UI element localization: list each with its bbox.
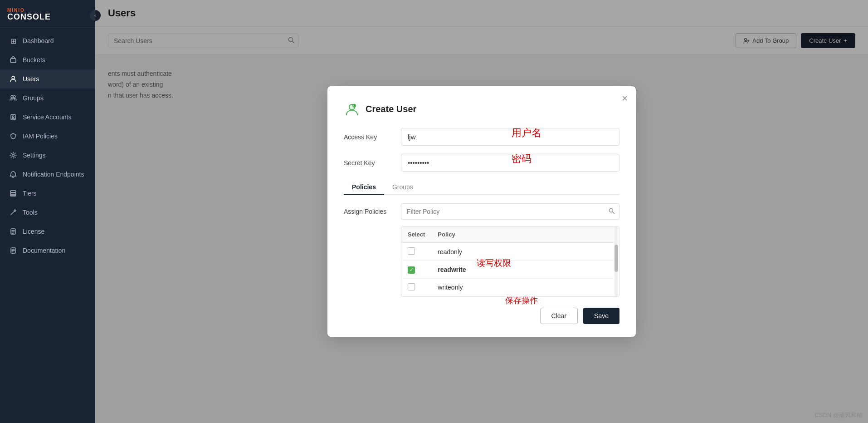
- modal-overlay: × + Create User Access Key: [95, 0, 868, 423]
- filter-wrap: [401, 203, 619, 220]
- sidebar-item-documentation[interactable]: Documentation: [0, 241, 95, 260]
- users-icon: [9, 75, 17, 83]
- sidebar-label-license: License: [23, 228, 44, 235]
- save-button[interactable]: Save: [583, 308, 619, 324]
- svg-rect-8: [10, 193, 16, 195]
- sidebar-label-users: Users: [23, 75, 39, 83]
- filter-policy-input[interactable]: [401, 203, 619, 220]
- table-row: readonly: [401, 243, 619, 261]
- sidebar-label-notification-endpoints: Notification Endpoints: [23, 171, 84, 178]
- policy-name-readwrite: readwrite 读写权限: [431, 261, 619, 279]
- modal-icon: +: [344, 101, 360, 117]
- modal-close-button[interactable]: ×: [622, 93, 628, 103]
- sidebar-item-groups[interactable]: Groups: [0, 89, 95, 108]
- sidebar-label-dashboard: Dashboard: [23, 37, 54, 44]
- watermark: CSDN @顽风和柿: [814, 411, 863, 419]
- modal-footer: 保存操作 Clear Save: [344, 308, 619, 324]
- policy-name-readonly: readonly: [431, 243, 619, 261]
- svg-point-5: [12, 116, 14, 118]
- svg-text:+: +: [352, 104, 354, 108]
- policy-table-container: Select Policy: [401, 226, 619, 297]
- access-key-input[interactable]: [401, 128, 619, 146]
- svg-rect-9: [10, 195, 16, 196]
- sidebar-label-buckets: Buckets: [23, 56, 45, 64]
- table-row: writeonly: [401, 278, 619, 296]
- sidebar-item-settings[interactable]: Settings: [0, 146, 95, 165]
- sidebar-label-tiers: Tiers: [23, 190, 37, 197]
- sidebar-item-license[interactable]: License: [0, 222, 95, 241]
- tools-icon: [9, 208, 17, 216]
- access-key-label: Access Key: [344, 133, 394, 141]
- policy-checkbox-readonly[interactable]: [401, 243, 431, 261]
- svg-rect-7: [10, 191, 16, 192]
- table-row: ✓ readwrite 读写权限: [401, 261, 619, 279]
- tab-policies[interactable]: Policies: [344, 180, 384, 195]
- dashboard-icon: ⊞: [9, 37, 17, 45]
- sidebar-label-groups: Groups: [23, 94, 44, 102]
- sidebar-item-tools[interactable]: Tools: [0, 203, 95, 222]
- buckets-icon: [9, 56, 17, 64]
- clear-button[interactable]: Clear: [540, 308, 578, 324]
- sidebar: MINIO CONSOLE ‹ ⊞ Dashboard Buckets User…: [0, 0, 95, 423]
- modal-tabs: Policies Groups: [344, 180, 619, 195]
- col-header-policy: Policy: [431, 226, 619, 243]
- secret-key-row: Secret Key 密码: [344, 154, 619, 172]
- modal-title-row: + Create User: [344, 101, 619, 117]
- policy-checkbox-readwrite[interactable]: ✓: [401, 261, 431, 279]
- sidebar-label-tools: Tools: [23, 209, 38, 216]
- policy-name-writeonly: writeonly: [431, 278, 619, 296]
- modal-title: Create User: [366, 104, 416, 114]
- secret-key-label: Secret Key: [344, 159, 394, 167]
- sidebar-item-service-accounts[interactable]: Service Accounts: [0, 108, 95, 127]
- logo-area: MINIO CONSOLE ‹: [0, 0, 95, 28]
- svg-point-6: [12, 154, 15, 157]
- svg-point-2: [11, 96, 13, 98]
- license-icon: [9, 227, 17, 236]
- groups-icon: [9, 94, 17, 102]
- documentation-icon: [9, 246, 17, 255]
- logo-text: MINIO CONSOLE: [7, 8, 51, 21]
- settings-icon: [9, 151, 17, 159]
- main-content: Users Add To Group Create User + ents mu…: [95, 0, 868, 423]
- sidebar-item-notification-endpoints[interactable]: Notification Endpoints: [0, 165, 95, 184]
- assign-policies-row: Assign Policies: [344, 203, 619, 220]
- filter-search-icon: [609, 208, 615, 216]
- access-key-row: Access Key 用户名: [344, 128, 619, 146]
- checkbox-writeonly[interactable]: [408, 283, 415, 290]
- sidebar-item-tiers[interactable]: Tiers: [0, 184, 95, 203]
- tiers-icon: [9, 189, 17, 197]
- policy-table: Select Policy: [401, 226, 619, 296]
- sidebar-nav: ⊞ Dashboard Buckets Users Groups Servi: [0, 28, 95, 423]
- scrollbar-thumb[interactable]: [614, 245, 618, 272]
- service-accounts-icon: [9, 113, 17, 121]
- svg-rect-0: [10, 59, 16, 63]
- sidebar-label-iam-policies: IAM Policies: [23, 133, 58, 140]
- secret-key-input[interactable]: [401, 154, 619, 172]
- sidebar-item-iam-policies[interactable]: IAM Policies: [0, 127, 95, 146]
- sidebar-item-users[interactable]: Users: [0, 69, 95, 89]
- assign-policies-label: Assign Policies: [344, 208, 394, 215]
- svg-point-1: [12, 76, 15, 79]
- svg-point-3: [13, 96, 15, 98]
- sidebar-item-dashboard[interactable]: ⊞ Dashboard: [0, 31, 95, 50]
- scrollbar-track: [614, 226, 618, 296]
- policy-checkbox-writeonly[interactable]: [401, 278, 431, 296]
- checkbox-readwrite[interactable]: ✓: [408, 266, 415, 274]
- sidebar-label-service-accounts: Service Accounts: [23, 113, 71, 121]
- notification-endpoints-icon: [9, 170, 17, 178]
- create-user-modal: × + Create User Access Key: [327, 86, 636, 337]
- col-header-select: Select: [401, 226, 431, 243]
- svg-point-19: [610, 208, 613, 212]
- logo-console: CONSOLE: [7, 13, 51, 21]
- tab-groups[interactable]: Groups: [384, 180, 421, 195]
- policy-table-scroll: Select Policy: [401, 226, 619, 296]
- sidebar-label-documentation: Documentation: [23, 247, 65, 254]
- iam-policies-icon: [9, 132, 17, 140]
- sidebar-item-buckets[interactable]: Buckets: [0, 50, 95, 69]
- checkbox-readonly[interactable]: [408, 247, 415, 255]
- sidebar-label-settings: Settings: [23, 152, 46, 159]
